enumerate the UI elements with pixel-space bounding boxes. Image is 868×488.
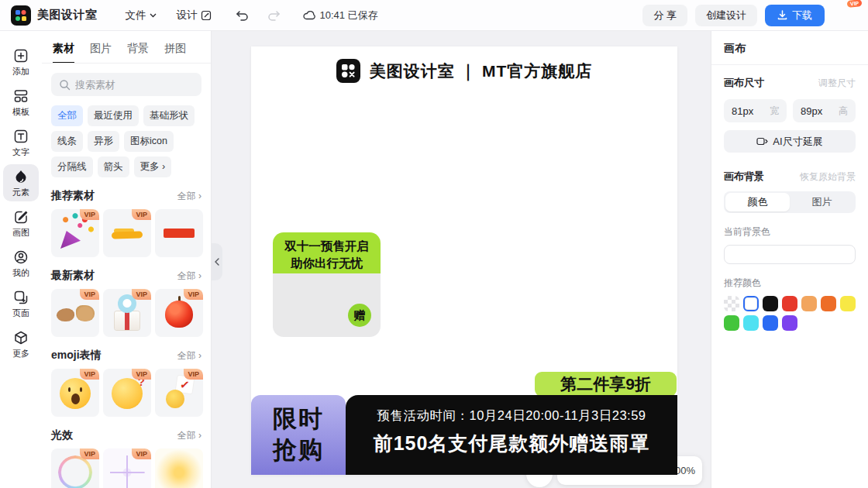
section-more-link[interactable]: 全部 › <box>177 190 202 203</box>
canvas-store-header[interactable]: 美图设计室 ｜ MT官方旗舰店 <box>251 59 677 83</box>
create-design-button[interactable]: 创建设计 <box>695 5 757 26</box>
search-input[interactable] <box>75 79 194 91</box>
vip-tag: VIP <box>80 289 99 300</box>
promo-bar[interactable]: 预售活动时间：10月24日20:00-11月3日23:59 前150名支付尾款额… <box>346 395 677 475</box>
nav-item-elements[interactable]: 元素 <box>3 164 39 201</box>
ai-resize-button[interactable]: AI尺寸延展 <box>724 130 856 153</box>
presale-card-header: 双十一预售开启 助你出行无忧 <box>273 232 381 273</box>
section-recommended: 推荐素材 全部 › VIP VIP <box>51 189 202 257</box>
discount-pill[interactable]: 第二件享9折 <box>535 372 677 397</box>
bg-tab-color[interactable]: 颜色 <box>725 193 790 211</box>
chip-arrows[interactable]: 箭头 <box>98 156 129 177</box>
section-emoji: emoji表情 全部 › VIP VIP VIP <box>51 349 202 417</box>
chip-all[interactable]: 全部 <box>51 105 83 126</box>
vip-tag: VIP <box>80 369 99 380</box>
gift-badge: 赠 <box>348 304 371 327</box>
redo-icon[interactable] <box>267 9 281 22</box>
asset-tile[interactable] <box>155 209 203 257</box>
chip-recent[interactable]: 最近使用 <box>88 105 139 126</box>
asset-tile[interactable]: VIP <box>155 289 203 337</box>
asset-tile[interactable]: VIP <box>155 369 203 417</box>
nav-item-pages[interactable]: 页面 <box>3 285 39 322</box>
swatch-light-orange[interactable] <box>801 296 817 311</box>
swatch-orange[interactable] <box>821 296 836 311</box>
cube-icon <box>12 329 29 346</box>
asset-tile[interactable] <box>155 448 203 488</box>
section-more-link[interactable]: 全部 › <box>177 270 202 283</box>
file-menu[interactable]: 文件 <box>126 9 157 22</box>
swatch-black[interactable] <box>763 296 778 311</box>
tab-collage[interactable]: 拼图 <box>164 42 186 56</box>
width-field[interactable]: 81px 宽 <box>724 99 787 122</box>
save-status: 10:41 已保存 <box>303 9 378 22</box>
app-logo-icon[interactable] <box>11 5 31 26</box>
current-bg-swatch[interactable] <box>724 245 856 264</box>
app-title: 美图设计室 <box>37 8 98 22</box>
asset-tile[interactable]: VIP <box>51 209 99 257</box>
inspector-title: 画布 <box>711 31 868 65</box>
tab-materials[interactable]: 素材 <box>53 42 74 56</box>
swatch-blue[interactable] <box>763 315 778 331</box>
asset-tile[interactable]: VIP <box>103 369 151 417</box>
tab-images[interactable]: 图片 <box>90 42 112 56</box>
swatch-white-selected[interactable] <box>743 296 759 311</box>
swatch-cyan[interactable] <box>743 315 759 331</box>
promo-time-text: 预售活动时间：10月24日20:00-11月3日23:59 <box>346 407 677 424</box>
user-avatar[interactable]: VIP <box>835 5 857 26</box>
vip-tag: VIP <box>132 289 151 300</box>
vip-tag: VIP <box>132 448 151 459</box>
swatch-green[interactable] <box>724 315 739 331</box>
adjust-size-link[interactable]: 调整尺寸 <box>818 77 856 90</box>
swatch-purple[interactable] <box>782 315 797 331</box>
section-more-link[interactable]: 全部 › <box>177 429 202 442</box>
asset-tile[interactable]: VIP <box>103 448 151 488</box>
vip-tag: VIP <box>132 209 151 220</box>
tab-backgrounds[interactable]: 背景 <box>127 42 149 56</box>
asset-tile[interactable]: VIP <box>51 289 99 337</box>
asset-tile[interactable]: VIP <box>103 289 151 337</box>
section-title: emoji表情 <box>51 349 102 363</box>
section-more-link[interactable]: 全部 › <box>177 349 202 363</box>
user-icon <box>12 249 29 266</box>
asset-tile[interactable]: VIP <box>51 369 99 417</box>
swatch-yellow[interactable] <box>840 296 856 311</box>
flash-sale-block[interactable]: 限时 抢购 <box>251 395 346 475</box>
swatch-red[interactable] <box>782 296 797 311</box>
section-title: 光效 <box>51 428 73 442</box>
presale-card[interactable]: 双十一预售开启 助你出行无忧 赠 <box>273 232 381 337</box>
vip-tag: VIP <box>80 209 99 220</box>
nav-item-add[interactable]: 添加 <box>3 43 39 81</box>
nav-item-templates[interactable]: 模板 <box>3 84 39 121</box>
search-icon <box>59 79 71 91</box>
chip-lines[interactable]: 线条 <box>51 131 83 152</box>
bg-tab-image[interactable]: 图片 <box>790 193 854 211</box>
chip-irregular[interactable]: 异形 <box>88 131 119 152</box>
nav-item-more[interactable]: 更多 <box>3 325 39 363</box>
design-canvas[interactable]: 美图设计室 ｜ MT官方旗舰店 双十一预售开启 助你出行无忧 赠 第二件享9折 … <box>251 46 677 475</box>
template-icon <box>12 88 29 105</box>
nav-item-mine[interactable]: 我的 <box>3 245 39 282</box>
asset-tile[interactable]: VIP <box>51 448 99 488</box>
left-nav-rail: 添加 模板 文字 元素 画图 我的 页面 更多 <box>0 31 42 488</box>
chip-basic-shapes[interactable]: 基础形状 <box>143 105 195 126</box>
restore-bg-link[interactable]: 恢复原始背景 <box>800 170 856 184</box>
chip-more[interactable]: 更多 › <box>134 156 172 177</box>
nav-item-text[interactable]: 文字 <box>3 124 39 161</box>
vip-tag: VIP <box>184 289 203 300</box>
nav-item-draw[interactable]: 画图 <box>3 204 39 242</box>
design-menu[interactable]: 设计 <box>177 9 212 22</box>
chip-icons[interactable]: 图标icon <box>124 131 174 152</box>
promo-gift-text: 前150名支付尾款额外赠送雨罩 <box>346 431 677 456</box>
download-button[interactable]: 下载 <box>765 5 825 26</box>
swatch-transparent[interactable] <box>724 296 739 311</box>
asset-panel: 素材 图片 背景 拼图 全部 最近使用 基础形状 线条 异形 图标icon 分隔… <box>42 31 212 488</box>
panel-collapse-handle[interactable] <box>212 243 222 280</box>
vip-tag: VIP <box>132 369 151 380</box>
search-box[interactable] <box>51 73 202 96</box>
undo-icon[interactable] <box>235 9 250 22</box>
height-field[interactable]: 89px 高 <box>793 99 856 122</box>
chip-dividers[interactable]: 分隔线 <box>51 156 93 177</box>
asset-tile[interactable]: VIP <box>103 209 151 257</box>
share-button[interactable]: 分 享 <box>642 5 687 26</box>
filter-chips: 全部 最近使用 基础形状 线条 异形 图标icon 分隔线 箭头 更多 › <box>51 105 202 177</box>
